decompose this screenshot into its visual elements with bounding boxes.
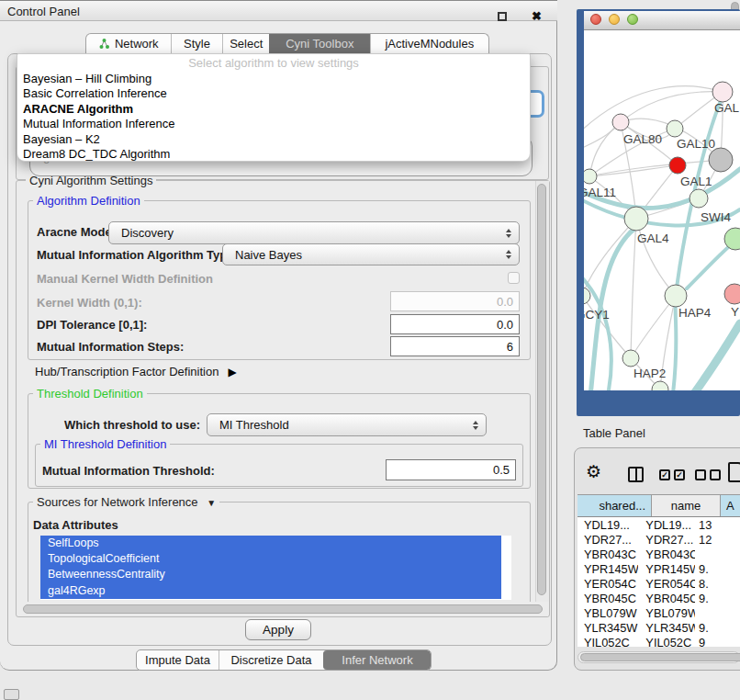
column-header[interactable]: name (652, 495, 721, 516)
settings-horizontal-scrollbar-thumb[interactable] (23, 604, 543, 614)
table-row[interactable]: YDR27...YDR27...12 (577, 532, 740, 547)
node-label: GAL80 (623, 132, 662, 146)
table-row[interactable]: YBR045CYBR045C9. (577, 591, 740, 605)
sources-group-title[interactable]: Sources for Network Inference ▼ (33, 495, 219, 509)
data-attribute-item[interactable]: BetweennessCentrality (40, 567, 501, 582)
column-layout-icon[interactable] (628, 467, 644, 482)
table-cell: 9. (695, 592, 740, 605)
network-node-gal80[interactable] (612, 114, 629, 130)
table-row[interactable]: YLR345WYLR345W9. (577, 620, 740, 635)
control-panel-titlebar: Control Panel (0, 0, 557, 21)
table-body: YDL19...YDL19...13YDR27...YDR27...12YBR0… (577, 517, 740, 647)
network-edge[interactable] (584, 86, 723, 138)
dpi-tolerance-value: 0.0 (497, 318, 513, 332)
network-node-gal[interactable] (712, 82, 733, 102)
tab-style[interactable]: Style (171, 34, 223, 53)
checked-checkbox-icon[interactable]: ✓ (659, 469, 670, 480)
network-node-hap2[interactable] (622, 350, 639, 367)
network-node[interactable] (709, 148, 733, 172)
tab-cyni-toolbox[interactable]: Cyni Toolbox (269, 34, 370, 53)
table-horizontal-scrollbar[interactable] (577, 651, 740, 663)
table-cell: 9. (695, 562, 740, 576)
tab-select[interactable]: Select (222, 34, 269, 53)
network-node-gal10[interactable] (667, 120, 683, 137)
data-attributes-label: Data Attributes (33, 518, 118, 532)
table-row[interactable]: YBL079WYBL079W (577, 605, 740, 620)
algorithm-option[interactable]: Dream8 DC_TDC Algorithm (17, 147, 530, 162)
close-traffic-light-icon[interactable] (590, 14, 601, 25)
manual-kernel-checkbox[interactable] (508, 272, 520, 284)
column-header[interactable]: A (721, 495, 740, 516)
screen: Control Panel ✖ NetworkStyleSelectCyni T… (0, 0, 740, 700)
node-label: GAL4 (637, 231, 669, 245)
mi-steps-value: 6 (507, 340, 513, 354)
table-cell: 9. (695, 621, 740, 635)
data-attribute-item[interactable]: gal4RGexp (40, 583, 501, 599)
network-edge[interactable] (636, 219, 676, 296)
data-attribute-item[interactable]: TopologicalCoefficient (40, 551, 501, 567)
unchecked-checkbox-icon[interactable] (695, 469, 706, 480)
checked-checkbox-icon[interactable]: ✓ (674, 469, 685, 480)
bottom-tab-discretize-data[interactable]: Discretize Data (219, 650, 323, 670)
tab-network[interactable]: Network (86, 34, 171, 53)
network-node-gcy1[interactable] (584, 288, 590, 304)
table-scrollbar-thumb[interactable] (580, 653, 740, 661)
network-node-gal1[interactable] (669, 157, 686, 174)
table-row[interactable]: YPR145WYPR145W9. (577, 561, 740, 576)
kernel-width-field[interactable]: 0.0 (390, 291, 520, 311)
kernel-width-label: Kernel Width (0,1): (37, 296, 142, 310)
network-graph[interactable]: GALGAL80GAL10GAL1GAL11SWI4GAL4GCY1HAP4YH… (584, 30, 740, 390)
corner-widget[interactable] (4, 689, 19, 700)
network-edge[interactable] (631, 219, 636, 358)
settings-vertical-scrollbar-thumb[interactable] (537, 184, 546, 595)
algorithm-option[interactable]: Bayesian – Hill Climbing (17, 72, 530, 86)
network-edge[interactable] (589, 122, 621, 176)
hub-definition-expander[interactable]: Hub/Transcription Factor Definition ▶ (35, 365, 237, 378)
stepper-icon (506, 244, 511, 265)
zoom-traffic-light-icon[interactable] (627, 14, 638, 25)
algorithm-option[interactable]: Bayesian – K2 (17, 132, 530, 147)
table-panel-title: Table Panel (583, 426, 645, 440)
unchecked-checkbox-icon[interactable] (710, 469, 721, 480)
algorithm-option[interactable]: ARACNE Algorithm (17, 102, 530, 117)
network-node-y[interactable] (724, 284, 740, 304)
algorithm-option[interactable]: Mutual Information Inference (17, 117, 530, 131)
gear-icon[interactable]: ⚙ (586, 462, 601, 482)
tab-jactivemnodules[interactable]: jActiveMNodules (370, 34, 488, 53)
float-window-icon[interactable] (498, 12, 507, 21)
bottom-tab-infer-network[interactable]: Infer Network (323, 650, 431, 670)
table-row[interactable]: YER054CYER054C8. (577, 576, 740, 591)
table-row[interactable]: YBR043CYBR043C (577, 547, 740, 561)
mi-steps-label: Mutual Information Steps: (37, 340, 184, 354)
table-row[interactable]: YIL052CYIL052C9 (577, 635, 740, 647)
aracne-mode-combo[interactable]: Discovery (108, 221, 520, 244)
tab-label: Cyni Toolbox (286, 37, 353, 51)
column-header[interactable]: shared... (577, 495, 652, 516)
close-icon[interactable]: ✖ (532, 9, 542, 23)
apply-button[interactable]: Apply (245, 619, 311, 640)
data-attributes-list[interactable]: SelfLoopsTopologicalCoefficientBetweenne… (40, 536, 511, 600)
mi-threshold-field[interactable]: 0.5 (386, 459, 516, 480)
minimize-traffic-light-icon[interactable] (609, 14, 620, 25)
mi-type-combo[interactable]: Naive Bayes (222, 243, 520, 265)
network-edge-thick[interactable] (690, 323, 740, 390)
network-node-swi4[interactable] (690, 189, 708, 208)
algorithm-option[interactable]: Basic Correlation Inference (17, 86, 530, 101)
network-node-gal11[interactable] (584, 169, 597, 184)
network-canvas[interactable]: GALGAL80GAL10GAL1GAL11SWI4GAL4GCY1HAP4YH… (584, 30, 740, 390)
algorithm-definition-title: Algorithm Definition (33, 194, 144, 208)
network-node-gal4[interactable] (624, 207, 648, 231)
data-attribute-item[interactable]: SelfLoops (40, 536, 501, 551)
dpi-tolerance-field[interactable]: 0.0 (390, 314, 520, 334)
network-edge-thick[interactable] (673, 296, 677, 390)
mi-steps-field[interactable]: 6 (390, 336, 520, 356)
which-threshold-combo[interactable]: MI Threshold (207, 413, 487, 436)
bottom-tab-impute-data[interactable]: Impute Data (137, 650, 219, 670)
bottom-tabs: Impute DataDiscretize DataInfer Network (136, 649, 432, 671)
mi-threshold-value: 0.5 (493, 463, 510, 477)
page-icon[interactable] (728, 462, 740, 482)
table-row[interactable]: YDL19...YDL19...13 (577, 517, 740, 532)
network-edge[interactable] (584, 219, 636, 296)
node-label: HAP4 (678, 306, 712, 320)
network-node-hap4[interactable] (665, 285, 687, 307)
